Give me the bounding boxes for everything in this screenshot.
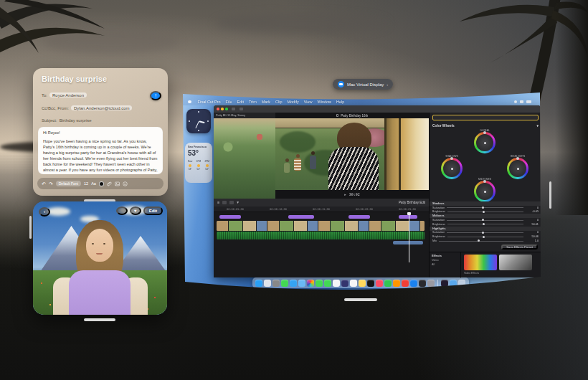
insert-photo-button[interactable] xyxy=(115,181,120,186)
play-button[interactable]: ▸ xyxy=(344,192,346,196)
connected-clip[interactable] xyxy=(393,241,423,244)
font-size-button[interactable]: 12 xyxy=(84,181,88,186)
font-picker-button[interactable]: Default Font xyxy=(56,181,81,186)
dock-app-icon[interactable] xyxy=(410,280,417,287)
menu-bar-item[interactable]: Clip xyxy=(275,100,282,104)
tools-dropdown-icon[interactable]: ▾ xyxy=(237,201,239,205)
title-clip[interactable] xyxy=(348,215,370,219)
dock-app-icon[interactable] xyxy=(419,280,426,287)
redo-button[interactable]: ↷ xyxy=(49,181,53,186)
attachment-button[interactable] xyxy=(107,181,112,186)
dock-app-icon[interactable] xyxy=(376,280,383,287)
fcp-browser-pane[interactable]: Patty BD 15 May, Sunny xyxy=(214,113,275,199)
dock-app-icon[interactable] xyxy=(341,280,348,287)
slider-track[interactable] xyxy=(447,224,523,224)
video-clip-filmstrip[interactable] xyxy=(217,221,425,231)
mail-to-row[interactable]: To: Royce Anderson xyxy=(42,92,149,98)
text-color-button[interactable] xyxy=(99,181,104,186)
tool-button[interactable] xyxy=(229,201,234,204)
title-clip[interactable] xyxy=(219,215,241,219)
menu-bar-item[interactable]: Modify xyxy=(287,100,298,104)
save-effects-preset-button[interactable]: Save Effects Preset xyxy=(501,244,538,250)
dock-app-icon[interactable] xyxy=(307,280,314,287)
midtones-color-wheel[interactable] xyxy=(474,181,495,202)
zoom-window-button[interactable] xyxy=(225,108,228,110)
menu-bar-item[interactable]: File xyxy=(226,100,232,104)
browser-toggle-button[interactable] xyxy=(240,108,243,110)
viewer-video-frame[interactable] xyxy=(275,118,429,190)
control-center-icon[interactable] xyxy=(514,100,517,103)
photos-window-drag-bar[interactable] xyxy=(84,318,115,321)
dock-app-icon[interactable] xyxy=(272,280,280,287)
edit-button[interactable]: Edit xyxy=(143,206,163,215)
effect-thumbnail-color[interactable] xyxy=(464,255,497,270)
fcp-title-bar[interactable] xyxy=(214,105,541,113)
mac-virtual-display-pill[interactable]: Mac Virtual Display › xyxy=(333,79,393,90)
slider-track[interactable] xyxy=(447,232,523,233)
dock-app-icon[interactable] xyxy=(333,280,340,287)
menu-bar-item[interactable]: Mark xyxy=(262,100,270,104)
slider-track[interactable] xyxy=(447,207,523,208)
dock-app-icon[interactable] xyxy=(350,280,357,287)
timeline-ruler[interactable]: 00:00:05:0000:00:10:0000:00:15:0000:00:2… xyxy=(214,206,429,212)
minimize-window-button[interactable] xyxy=(221,108,224,110)
clock-widget[interactable] xyxy=(186,109,211,133)
dock-app-icon[interactable] xyxy=(441,280,448,287)
color-wheels-header[interactable]: Color Wheels ▾ xyxy=(432,123,539,128)
audio-clip-track[interactable] xyxy=(217,232,425,239)
dock-app-icon[interactable] xyxy=(255,280,262,287)
back-button[interactable]: ‹ xyxy=(39,207,50,217)
dock-app-icon[interactable] xyxy=(359,280,366,287)
send-button[interactable]: ↑ xyxy=(150,91,161,100)
dock-app-icon[interactable] xyxy=(402,280,409,287)
color-correction-name-field[interactable] xyxy=(432,115,539,120)
mail-body-editor[interactable]: Hi Royce! Hope you've been having a nice… xyxy=(38,127,163,174)
slider-track[interactable] xyxy=(447,212,523,212)
effects-category-item[interactable]: All xyxy=(432,263,458,266)
menu-bar-item[interactable]: View xyxy=(304,100,313,104)
emoji-button[interactable] xyxy=(123,181,128,186)
favorite-button[interactable]: ♥ xyxy=(130,206,141,215)
mac-display-drag-bar[interactable] xyxy=(344,298,377,301)
sidebar-toggle-button[interactable] xyxy=(232,108,235,110)
photos-window-side-handle[interactable] xyxy=(29,216,32,239)
mail-from-row[interactable]: Cc/Bcc, From: Dylan.Anderson@icloud.com xyxy=(42,105,149,110)
dock-app-icon[interactable] xyxy=(367,280,374,287)
dock-app-icon[interactable] xyxy=(298,280,305,287)
dock-app-icon[interactable] xyxy=(264,280,271,287)
wifi-icon[interactable] xyxy=(520,100,523,103)
timeline-tracks[interactable] xyxy=(214,212,429,277)
dock-app-icon[interactable] xyxy=(384,280,392,287)
to-recipient-chip[interactable]: Royce Anderson xyxy=(49,92,87,98)
undo-button[interactable]: ↶ xyxy=(42,181,46,186)
menu-bar-item[interactable]: Trim xyxy=(249,100,257,104)
mail-subject-row[interactable]: Subject: Birthday surprise xyxy=(42,118,149,123)
dock-app-icon[interactable] xyxy=(393,280,400,287)
dock-app-icon[interactable] xyxy=(316,280,323,287)
title-clip[interactable] xyxy=(399,215,417,219)
text-style-button[interactable]: Aa xyxy=(91,181,96,186)
slider-track[interactable] xyxy=(447,237,523,237)
dock-app-icon[interactable] xyxy=(290,280,297,287)
menu-bar-item[interactable]: Edit xyxy=(237,100,243,104)
menu-bar-item[interactable]: Help xyxy=(336,100,344,104)
title-clip[interactable] xyxy=(288,215,314,219)
slider-track[interactable] xyxy=(439,241,523,242)
highlights-color-wheel[interactable] xyxy=(507,158,528,179)
effect-thumbnail-mono[interactable] xyxy=(499,255,532,270)
from-address-chip[interactable]: Dylan.Anderson@icloud.com xyxy=(71,105,132,110)
weather-widget[interactable]: San Francisco 53° Now 53° 1PM 54° xyxy=(185,143,212,183)
global-color-wheel[interactable] xyxy=(474,132,495,153)
close-window-button[interactable] xyxy=(217,108,219,110)
menu-bar-item[interactable]: Window xyxy=(318,100,332,104)
slider-track[interactable] xyxy=(447,220,523,221)
index-button[interactable]: ≡ xyxy=(217,201,219,205)
mac-display-side-handle[interactable] xyxy=(549,181,551,209)
share-button[interactable] xyxy=(116,206,128,215)
dock-app-icon[interactable] xyxy=(281,280,288,287)
dock-app-icon[interactable] xyxy=(427,280,435,287)
color-slider-row[interactable]: Mix 1.0 xyxy=(430,239,541,243)
apple-menu-icon[interactable] xyxy=(188,100,191,104)
menu-bar-item[interactable]: Final Cut Pro xyxy=(198,100,221,104)
effects-category-item[interactable]: Video xyxy=(432,259,458,262)
